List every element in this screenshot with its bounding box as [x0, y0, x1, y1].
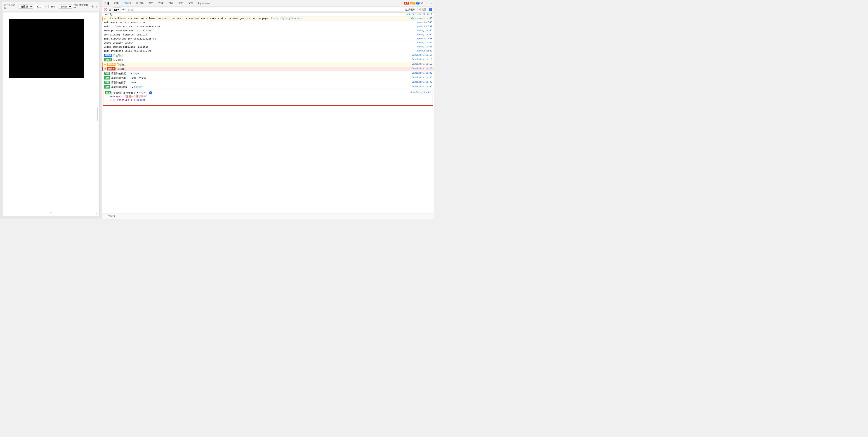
log-source[interactable]: debug.ts:66	[415, 33, 432, 36]
log-message: 读取到的数据： ▶Object	[111, 72, 410, 75]
info-badge: 信息	[105, 91, 112, 94]
top-dropdown[interactable]: top ▾	[113, 7, 121, 12]
tab-application[interactable]: 应用	[176, 0, 186, 6]
main-container: 尺寸: 自适应 自适应 × 100% 已停用节流模式 ⚙ ⋮ ≡ ⤡ ⬚	[0, 0, 434, 218]
device-icon[interactable]: 📱	[106, 2, 110, 5]
log-source[interactable]: game.ts:848	[415, 37, 432, 40]
settings-icon[interactable]: ⚙	[421, 2, 424, 5]
tab-memory[interactable]: 内存	[166, 0, 176, 6]
console-toolbar: 🚫 ⊟ top ▾ 👁 默认级别 2 个问题: 2	[102, 7, 434, 13]
info-badge: 2	[416, 2, 420, 4]
log-row-header: 信息 接收到的事件参数： ▼ Object i GameEntry.ts:62	[105, 91, 431, 95]
tab-console[interactable]: 控制台	[121, 0, 133, 6]
log-message: Cocos Creator v3.8.4	[104, 41, 415, 44]
log-row-debug: 调试类 日志输出 GameEntry.ts:17	[102, 53, 434, 58]
object-link[interactable]: Object	[139, 91, 148, 94]
filter-input[interactable]	[127, 8, 404, 12]
log-row: [PHYSICS2D]: register builtin. debug.ts:…	[102, 33, 434, 37]
console-bottom-bar: ⋮ 控制台	[102, 213, 434, 218]
canvas-preview	[9, 19, 84, 78]
tab-lighthouse[interactable]: Lighthouse	[196, 1, 213, 6]
issues-badge[interactable]: 2	[429, 8, 432, 11]
audio-context-link[interactable]: https://goo.gl/7K7WLu	[271, 17, 303, 20]
log-source[interactable]: GameEntry.ts:35	[410, 76, 432, 79]
toggle-sidebar-icon[interactable]: ⊟	[109, 8, 111, 11]
resize-handle-right[interactable]: ⤡	[95, 211, 97, 214]
more-options-icon[interactable]: ⋮	[425, 2, 429, 5]
log-message: Using custom pipeline: Builtin	[104, 46, 415, 48]
devtools-tabs: ⬚ 📱 元素 控制台 源代码 网络 性能 内存 应用 安全 Lighthouse…	[102, 0, 434, 7]
log-row: 信息 读取到的JSON： ▶Object GameEntry.ts:45	[102, 85, 434, 90]
log-source[interactable]: player-web.ts:46	[409, 17, 432, 20]
log-source[interactable]: GameEntry.ts:19	[410, 63, 432, 65]
default-level[interactable]: 默认级别	[405, 8, 415, 11]
warn-triangle-icon: ▶	[104, 63, 106, 66]
log-row: Using custom pipeline: Builtin debug.ts:…	[102, 45, 434, 49]
expand-value: "这是一个测试事件"	[125, 95, 147, 98]
log-source[interactable]: game.ts:889	[415, 50, 432, 52]
tab-performance[interactable]: 性能	[156, 0, 166, 6]
resize-handle-bottom[interactable]: ≡	[50, 211, 52, 214]
log-row: Init SubSystem: 107.964111328125 ms game…	[102, 37, 434, 41]
log-row-expanded: 信息 接收到的事件参数： ▼ Object i GameEntry.ts:62 …	[103, 90, 433, 106]
info-badge: 信息类	[104, 58, 112, 61]
tab-security[interactable]: 安全	[186, 0, 195, 6]
expand-value[interactable]: Object	[136, 99, 146, 101]
object-expand-icon[interactable]: ▼	[137, 91, 139, 94]
more-icon[interactable]: ⋮	[95, 5, 98, 8]
eye-icon[interactable]: 👁	[122, 8, 125, 11]
tab-network[interactable]: 网络	[146, 0, 156, 6]
log-row-warn-audio: ▶ The AudioContext was not allowed to st…	[102, 17, 434, 21]
triangle-icon: ▶	[131, 73, 132, 75]
devtools-panel: ⬚ 📱 元素 控制台 源代码 网络 性能 内存 应用 安全 Lighthouse…	[102, 0, 434, 218]
log-source[interactable]: GameEntry.ts:20	[410, 67, 432, 70]
debug-badge: 调试类	[104, 54, 112, 57]
expanded-content: message : "这是一个测试事件" ▶ [[Prototype]] : O…	[105, 95, 431, 102]
tab-sources[interactable]: 源代码	[134, 0, 146, 6]
throttle-mode: 已停用节流模式	[73, 3, 90, 10]
log-source[interactable]: content_script.js:1	[405, 13, 432, 15]
error-badge: 错误类	[107, 67, 116, 70]
tab-elements[interactable]: 元素	[112, 0, 121, 6]
log-message: notify	[104, 13, 405, 16]
log-source[interactable]: debug.ts:66	[415, 29, 432, 32]
log-source[interactable]: GameEntry.ts:30	[410, 72, 432, 74]
log-source[interactable]: debug.ts:66	[415, 41, 432, 44]
object-link[interactable]: Object	[134, 86, 143, 89]
info-badge: 信息	[104, 81, 110, 84]
log-row: 信息 读取到的文本： 这是一个文本 GameEntry.ts:35	[102, 76, 434, 80]
expand-sep: :	[133, 99, 136, 101]
triangle-icon: ▶	[110, 99, 111, 101]
inspect-icon[interactable]: ⬚	[103, 2, 106, 5]
size-select[interactable]: 自适应	[19, 4, 33, 8]
expand-entry: ▶ [[Prototype]] : Object	[110, 98, 431, 102]
close-icon[interactable]: ✕	[430, 2, 433, 5]
viewport-area: ≡ ⤡	[2, 12, 99, 216]
info-badge: 信息	[104, 86, 110, 89]
log-source[interactable]: GameEntry.ts:62	[409, 91, 431, 94]
height-input[interactable]	[49, 5, 57, 8]
log-row: 信息 读取到的数字： 456 GameEntry.ts:40	[102, 80, 434, 85]
log-row: meshopt wasm decoder initialized debug.t…	[102, 29, 434, 33]
zoom-select[interactable]: 100%	[59, 4, 72, 8]
log-row: 信息 读取到的数据： ▶Object GameEntry.ts:30	[102, 71, 434, 76]
chevron-down-icon: ▾	[118, 8, 119, 11]
clear-console-icon[interactable]: 🚫	[104, 8, 107, 11]
settings-icon[interactable]: ⚙	[91, 5, 94, 8]
log-source[interactable]: game.ts:799	[415, 25, 432, 28]
top-toolbar: 尺寸: 自适应 自适应 × 100% 已停用节流模式 ⚙ ⋮	[2, 2, 99, 11]
log-source[interactable]: GameEntry.ts:18	[410, 58, 432, 61]
log-message: 日志输出	[113, 54, 410, 57]
log-source[interactable]: GameEntry.ts:17	[410, 54, 432, 56]
log-message: Init Infrastructure: 27.55810546875 ms	[104, 25, 415, 28]
log-source[interactable]: GameEntry.ts:45	[410, 86, 432, 88]
log-source[interactable]: GameEntry.ts:40	[410, 81, 432, 83]
top-label: top	[114, 8, 118, 11]
width-input[interactable]	[34, 5, 43, 8]
log-source[interactable]: game.ts:746	[415, 21, 432, 24]
expand-entry: message : "这是一个测试事件"	[110, 95, 431, 98]
triangle-icon: ▶	[132, 86, 133, 88]
log-source[interactable]: debug.ts:66	[415, 46, 432, 48]
object-link[interactable]: Object	[133, 72, 142, 75]
error-badge: ⊗ 1	[404, 2, 409, 4]
